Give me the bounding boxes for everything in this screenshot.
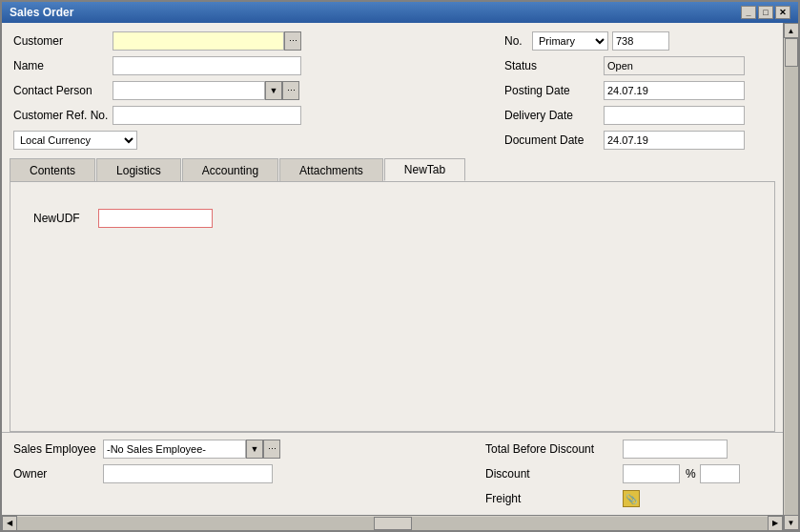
scroll-v-thumb[interactable] bbox=[785, 38, 798, 67]
sales-employee-dropdown[interactable]: ▼ bbox=[246, 440, 263, 459]
posting-date-label: Posting Date bbox=[504, 84, 600, 97]
udf-input[interactable] bbox=[98, 209, 213, 228]
contact-person-row: Contact Person ▼ ⋯ bbox=[13, 80, 485, 101]
sales-employee-input-group: ▼ ⋯ bbox=[103, 440, 280, 459]
no-row: No. Primary bbox=[504, 31, 771, 51]
document-date-input[interactable] bbox=[604, 131, 745, 150]
owner-input[interactable] bbox=[103, 464, 273, 483]
tab-contents[interactable]: Contents bbox=[10, 158, 95, 181]
minimize-button[interactable]: _ bbox=[741, 6, 756, 19]
customer-ref-input[interactable] bbox=[113, 106, 301, 125]
status-label: Status bbox=[504, 59, 600, 72]
document-date-row: Document Date bbox=[504, 130, 771, 151]
status-input bbox=[604, 56, 745, 75]
scroll-right-button[interactable]: ▶ bbox=[768, 516, 783, 531]
window-title: Sales Order bbox=[10, 6, 73, 19]
name-input[interactable] bbox=[113, 56, 301, 75]
tab-attachments[interactable]: Attachments bbox=[279, 158, 383, 181]
total-before-discount-input[interactable] bbox=[623, 440, 728, 459]
bottom-area: Sales Employee ▼ ⋯ Owner Total B bbox=[2, 432, 783, 515]
customer-browse-button[interactable]: ⋯ bbox=[284, 31, 301, 51]
contact-person-label: Contact Person bbox=[13, 84, 109, 97]
scroll-left-button[interactable]: ◀ bbox=[2, 516, 17, 531]
currency-select[interactable]: Local Currency bbox=[13, 131, 137, 150]
tab-headers: Contents Logistics Accounting Attachment… bbox=[10, 158, 775, 181]
delivery-date-label: Delivery Date bbox=[504, 109, 600, 122]
owner-label: Owner bbox=[13, 467, 99, 481]
total-before-discount-label: Total Before Discount bbox=[485, 442, 619, 456]
percent-sign: % bbox=[686, 467, 696, 481]
customer-ref-row: Customer Ref. No. bbox=[13, 105, 485, 126]
discount-input[interactable] bbox=[623, 464, 680, 483]
freight-row: Freight 📎 bbox=[485, 488, 771, 509]
sales-employee-browse[interactable]: ⋯ bbox=[263, 440, 280, 459]
tab-content-newtab: NewUDF bbox=[10, 181, 775, 432]
title-bar-buttons: _ □ ✕ bbox=[741, 6, 790, 19]
sales-employee-label: Sales Employee bbox=[13, 442, 99, 456]
status-row: Status bbox=[504, 55, 771, 76]
tab-accounting[interactable]: Accounting bbox=[182, 158, 278, 181]
no-type-select[interactable]: Primary bbox=[532, 31, 608, 51]
discount-row: Discount % bbox=[485, 463, 771, 484]
main-layout: Customer ⋯ Name Contact Person bbox=[2, 23, 798, 530]
currency-row: Local Currency bbox=[13, 130, 485, 151]
freight-icon[interactable]: 📎 bbox=[623, 490, 640, 507]
scroll-h-track[interactable] bbox=[17, 517, 768, 530]
maximize-button[interactable]: □ bbox=[758, 6, 773, 19]
udf-label: NewUDF bbox=[33, 212, 91, 225]
customer-label: Customer bbox=[13, 34, 109, 48]
contact-person-input[interactable] bbox=[113, 81, 265, 100]
customer-input[interactable] bbox=[113, 31, 284, 51]
customer-input-group: ⋯ bbox=[113, 31, 301, 51]
posting-date-row: Posting Date bbox=[504, 80, 771, 101]
scroll-h-thumb[interactable] bbox=[374, 517, 412, 530]
customer-row: Customer ⋯ bbox=[13, 31, 485, 51]
discount-label: Discount bbox=[485, 467, 619, 481]
discount-amount-input[interactable] bbox=[700, 464, 740, 483]
document-date-label: Document Date bbox=[504, 133, 600, 147]
name-label: Name bbox=[13, 59, 109, 72]
delivery-date-input[interactable] bbox=[604, 106, 745, 125]
udf-row: NewUDF bbox=[33, 209, 751, 228]
form-area: Customer ⋯ Name Contact Person bbox=[2, 23, 783, 158]
scroll-v-track[interactable] bbox=[785, 38, 798, 515]
no-label: No. bbox=[504, 34, 528, 48]
posting-date-input[interactable] bbox=[604, 81, 745, 100]
no-value-input[interactable] bbox=[612, 31, 669, 51]
scroll-down-button[interactable]: ▼ bbox=[784, 515, 799, 530]
contact-person-input-group: ▼ ⋯ bbox=[113, 81, 299, 100]
freight-label: Freight bbox=[485, 492, 619, 505]
delivery-date-row: Delivery Date bbox=[504, 105, 771, 126]
tabs-area: STEM www.sterling-team.com Contents Logi… bbox=[2, 158, 783, 432]
bottom-left: Sales Employee ▼ ⋯ Owner bbox=[13, 439, 466, 509]
main-content: Customer ⋯ Name Contact Person bbox=[2, 23, 783, 530]
vertical-scrollbar: ▲ ▼ bbox=[783, 23, 798, 530]
tab-newtab[interactable]: NewTab bbox=[384, 158, 465, 181]
sales-order-window: Sales Order _ □ ✕ Customer ⋯ bbox=[0, 0, 800, 532]
customer-ref-label: Customer Ref. No. bbox=[13, 109, 109, 122]
form-right: No. Primary Status Posting Date bbox=[504, 31, 771, 151]
tab-logistics[interactable]: Logistics bbox=[96, 158, 181, 181]
bottom-right: Total Before Discount Discount % Freight… bbox=[485, 439, 771, 509]
contact-person-dropdown[interactable]: ▼ bbox=[265, 81, 282, 100]
contact-person-browse[interactable]: ⋯ bbox=[282, 81, 299, 100]
sales-employee-row: Sales Employee ▼ ⋯ bbox=[13, 439, 466, 460]
form-left: Customer ⋯ Name Contact Person bbox=[13, 31, 485, 151]
scroll-up-button[interactable]: ▲ bbox=[784, 23, 799, 38]
total-before-discount-row: Total Before Discount bbox=[485, 439, 771, 460]
title-bar: Sales Order _ □ ✕ bbox=[2, 2, 798, 23]
close-button[interactable]: ✕ bbox=[775, 6, 790, 19]
name-row: Name bbox=[13, 55, 485, 76]
owner-row: Owner bbox=[13, 463, 466, 484]
horizontal-scrollbar: ◀ ▶ bbox=[2, 515, 783, 530]
newtab-content: NewUDF bbox=[22, 194, 763, 243]
sales-employee-input[interactable] bbox=[103, 440, 246, 459]
